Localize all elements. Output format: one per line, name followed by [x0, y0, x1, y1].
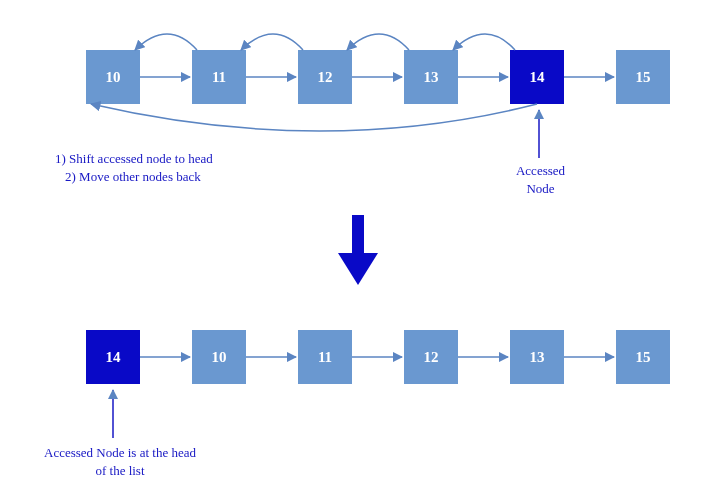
before-node-2: 12 [298, 50, 352, 104]
before-node-3: 13 [404, 50, 458, 104]
before-node-5: 15 [616, 50, 670, 104]
after-label-2: of the list [20, 462, 220, 480]
node-value: 15 [636, 349, 651, 366]
node-value: 10 [212, 349, 227, 366]
steps-caption: 1) Shift accessed node to head 2) Move o… [55, 150, 295, 185]
node-value: 15 [636, 69, 651, 86]
node-value: 11 [318, 349, 332, 366]
node-value: 13 [424, 69, 439, 86]
after-node-4: 13 [510, 330, 564, 384]
before-node-1: 11 [192, 50, 246, 104]
after-label-1: Accessed Node is at the head [20, 444, 220, 462]
after-node-1: 10 [192, 330, 246, 384]
accessed-node-caption: Accessed Node [508, 162, 573, 197]
after-node-5: 15 [616, 330, 670, 384]
node-value: 12 [318, 69, 333, 86]
before-node-4-accessed: 14 [510, 50, 564, 104]
after-node-2: 11 [298, 330, 352, 384]
before-node-0: 10 [86, 50, 140, 104]
accessed-label-2: Node [508, 180, 573, 198]
node-value: 13 [530, 349, 545, 366]
node-value: 10 [106, 69, 121, 86]
diagram-canvas: 10 11 12 13 14 15 14 10 11 12 13 15 1) S… [0, 0, 711, 503]
node-value: 11 [212, 69, 226, 86]
steps-line-2: 2) Move other nodes back [55, 168, 295, 186]
transition-arrow-icon [338, 215, 378, 285]
node-value: 14 [530, 69, 545, 86]
node-value: 14 [106, 349, 121, 366]
accessed-label-1: Accessed [508, 162, 573, 180]
steps-line-1: 1) Shift accessed node to head [55, 150, 295, 168]
after-node-0-accessed: 14 [86, 330, 140, 384]
node-value: 12 [424, 349, 439, 366]
after-caption: Accessed Node is at the head of the list [20, 444, 220, 479]
after-node-3: 12 [404, 330, 458, 384]
